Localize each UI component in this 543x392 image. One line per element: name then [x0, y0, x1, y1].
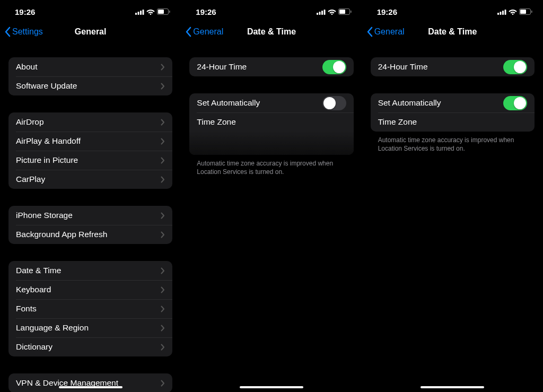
content-date-time: 24-Hour Time Set Automatically Time Zone… [181, 40, 362, 392]
battery-icon [157, 8, 170, 15]
toggle-set-automatically[interactable] [503, 96, 527, 110]
content-date-time: 24-Hour Time Set Automatically Time Zone… [362, 40, 543, 392]
chevron-right-icon [161, 380, 165, 387]
settings-group: VPN & Device Management [8, 373, 172, 392]
row-background-app-refresh[interactable]: Background App Refresh [8, 225, 172, 244]
svg-rect-5 [158, 10, 164, 14]
row-picture-in-picture[interactable]: Picture in Picture [8, 151, 172, 170]
chevron-right-icon [161, 119, 165, 126]
svg-rect-0 [135, 13, 137, 15]
redacted-area [189, 132, 353, 155]
wifi-icon [328, 8, 336, 15]
settings-group: Set Automatically Time Zone [371, 93, 535, 132]
status-time: 19:26 [15, 7, 35, 16]
chevron-right-icon [161, 267, 165, 274]
svg-rect-7 [317, 13, 318, 15]
cellular-icon [497, 9, 506, 15]
chevron-right-icon [161, 138, 165, 145]
toggle-24-hour[interactable] [503, 60, 527, 74]
svg-rect-17 [504, 10, 506, 15]
svg-rect-12 [339, 10, 345, 14]
svg-rect-3 [143, 10, 144, 15]
cellular-icon [317, 9, 326, 15]
toggle-set-automatically[interactable] [322, 96, 346, 110]
nav-back-button[interactable]: General [185, 23, 223, 40]
home-indicator[interactable] [240, 386, 303, 388]
phone-screen-date-time-off: 19:26 General Date & Time 24-Hour Time S… [181, 0, 362, 392]
row-set-automatically: Set Automatically [371, 93, 535, 112]
svg-rect-10 [323, 10, 325, 15]
svg-rect-19 [520, 10, 526, 14]
settings-group: 24-Hour Time [189, 57, 353, 76]
row-vpn-device-management[interactable]: VPN & Device Management [8, 373, 172, 392]
svg-rect-16 [502, 11, 504, 15]
nav-bar: General Date & Time [362, 23, 543, 40]
settings-group: Set Automatically Time Zone [189, 93, 353, 155]
chevron-right-icon [161, 212, 165, 219]
chevron-right-icon [161, 157, 165, 164]
row-airplay-handoff[interactable]: AirPlay & Handoff [8, 132, 172, 151]
row-fonts[interactable]: Fonts [8, 299, 172, 318]
row-24-hour-time: 24-Hour Time [371, 57, 535, 76]
home-indicator[interactable] [59, 386, 122, 388]
nav-back-button[interactable]: General [366, 23, 405, 40]
row-24-hour-time: 24-Hour Time [189, 57, 353, 76]
row-about[interactable]: About [8, 57, 172, 76]
svg-rect-9 [321, 11, 323, 15]
row-language-region[interactable]: Language & Region [8, 318, 172, 337]
nav-back-label: Settings [12, 27, 43, 37]
row-iphone-storage[interactable]: iPhone Storage [8, 206, 172, 225]
status-icons [135, 8, 170, 15]
footer-note: Automatic time zone accuracy is improved… [371, 132, 535, 153]
phone-screen-general: 19:26 Settings General About Software Up… [0, 0, 181, 392]
row-date-time[interactable]: Date & Time [8, 261, 172, 280]
status-bar: 19:26 [0, 0, 181, 23]
settings-group: About Software Update [8, 57, 172, 95]
settings-group: 24-Hour Time [371, 57, 535, 76]
row-time-zone[interactable]: Time Zone [189, 112, 353, 132]
chevron-left-icon [366, 27, 373, 37]
nav-back-button[interactable]: Settings [4, 23, 43, 40]
phone-screen-date-time-on: 19:26 General Date & Time 24-Hour Time S… [362, 0, 543, 392]
row-carplay[interactable]: CarPlay [8, 170, 172, 189]
row-airdrop[interactable]: AirDrop [8, 112, 172, 132]
chevron-right-icon [161, 176, 165, 183]
nav-bar: General Date & Time [181, 23, 362, 40]
svg-rect-1 [138, 12, 139, 15]
row-dictionary[interactable]: Dictionary [8, 337, 172, 356]
battery-icon [338, 8, 352, 15]
wifi-icon [146, 8, 155, 15]
status-bar: 19:26 [362, 0, 543, 23]
battery-icon [519, 8, 532, 15]
status-icons [497, 8, 532, 15]
home-indicator[interactable] [421, 386, 484, 388]
svg-rect-6 [169, 11, 170, 13]
toggle-24-hour[interactable] [322, 60, 346, 74]
settings-group: iPhone Storage Background App Refresh [8, 206, 172, 244]
status-time: 19:26 [377, 7, 397, 16]
nav-back-label: General [193, 27, 223, 37]
settings-group: Date & Time Keyboard Fonts Language & Re… [8, 261, 172, 356]
nav-title: Date & Time [247, 27, 296, 37]
row-keyboard[interactable]: Keyboard [8, 280, 172, 299]
status-icons [317, 8, 352, 15]
svg-rect-15 [500, 12, 501, 15]
nav-back-label: General [374, 27, 405, 37]
chevron-right-icon [161, 325, 165, 332]
chevron-right-icon [161, 286, 165, 293]
chevron-right-icon [161, 344, 165, 351]
status-time: 19:26 [196, 7, 216, 16]
row-software-update[interactable]: Software Update [8, 76, 172, 95]
chevron-right-icon [161, 64, 165, 71]
chevron-right-icon [161, 306, 165, 312]
svg-rect-20 [531, 11, 532, 13]
content-general: About Software Update AirDrop AirPlay & … [0, 40, 181, 392]
nav-title: General [75, 27, 107, 37]
svg-rect-8 [319, 12, 320, 15]
row-set-automatically: Set Automatically [189, 93, 353, 112]
nav-title: Date & Time [428, 27, 477, 37]
svg-rect-14 [497, 13, 499, 15]
row-time-zone: Time Zone [371, 112, 535, 132]
chevron-left-icon [185, 27, 191, 37]
wifi-icon [509, 8, 517, 15]
